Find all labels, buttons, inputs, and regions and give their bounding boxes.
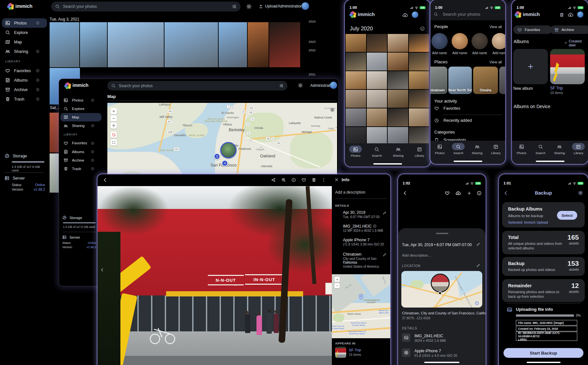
nav-item-photos[interactable]: Photos: [345, 146, 366, 167]
album-thumbnail[interactable]: [335, 347, 346, 358]
sidebar-item-photos[interactable]: Photos: [2, 18, 47, 28]
sidebar-item-explore[interactable]: Explore: [2, 28, 47, 37]
add-name-link[interactable]: Add name: [490, 51, 505, 55]
place-card[interactable]: Near North Side: [448, 67, 472, 94]
select-all-icon[interactable]: [420, 26, 425, 31]
photo-tile[interactable]: [50, 22, 79, 67]
search-input[interactable]: Search your photos: [443, 12, 480, 17]
photo-tile[interactable]: [346, 127, 366, 145]
map-photo-marker[interactable]: [220, 142, 237, 158]
map-settings-icon[interactable]: [330, 107, 335, 112]
person-face[interactable]: [472, 33, 488, 49]
favorite-icon[interactable]: [302, 178, 306, 182]
info-icon[interactable]: [91, 142, 94, 145]
info-icon[interactable]: [36, 69, 39, 72]
photo-tile[interactable]: [367, 53, 387, 71]
photo-tile[interactable]: [269, 22, 300, 67]
photo-tile[interactable]: [367, 90, 387, 108]
info-icon[interactable]: [36, 97, 39, 101]
photo-tile[interactable]: [388, 34, 408, 52]
info-icon[interactable]: [36, 88, 39, 91]
home-indicator[interactable]: [424, 362, 459, 363]
sidebar-item-map[interactable]: Map: [60, 113, 101, 121]
sidebar-item-albums[interactable]: Albums: [2, 75, 47, 85]
administration-link[interactable]: Administration: [278, 4, 302, 8]
drag-handle[interactable]: [436, 233, 448, 234]
photo-tile[interactable]: [346, 34, 366, 52]
sidebar-item-sharing[interactable]: Sharing: [60, 121, 101, 130]
back-icon[interactable]: [103, 178, 108, 182]
people-view-all-link[interactable]: View all: [489, 25, 502, 29]
theme-toggle-icon[interactable]: [298, 83, 303, 88]
select-albums-button[interactable]: Select: [557, 211, 577, 220]
photo-tile[interactable]: [108, 22, 164, 67]
filter-icon[interactable]: [232, 4, 237, 9]
scrubber-year[interactable]: 2023: [309, 40, 316, 43]
sidebar-item-archive[interactable]: Archive: [60, 156, 101, 165]
upload-cloud-icon[interactable]: [456, 191, 461, 196]
person-face[interactable]: [431, 33, 448, 49]
nav-item-library[interactable]: Library: [487, 143, 505, 164]
backup-cloud-icon[interactable]: [568, 12, 573, 18]
sidebar-item-trash[interactable]: Trash: [60, 165, 101, 173]
avatar[interactable]: [330, 82, 337, 89]
map-zoom-out-button[interactable]: [334, 283, 340, 288]
photo-tile[interactable]: [367, 108, 387, 126]
back-icon[interactable]: [403, 191, 408, 196]
previous-photo-icon[interactable]: [100, 268, 104, 272]
photo-tile[interactable]: [367, 127, 387, 145]
photo-tile[interactable]: [409, 90, 429, 108]
edit-icon[interactable]: [383, 253, 387, 257]
immich-logo[interactable]: immich: [64, 82, 88, 88]
edit-icon[interactable]: [383, 211, 387, 215]
favorite-icon[interactable]: [445, 191, 450, 196]
info-icon[interactable]: [477, 191, 482, 196]
home-indicator[interactable]: [373, 163, 402, 165]
map-locate-button[interactable]: [111, 122, 117, 129]
zoom-icon[interactable]: [281, 178, 286, 182]
home-indicator[interactable]: [527, 362, 561, 363]
description-input[interactable]: Add description...: [402, 253, 431, 257]
person-face[interactable]: [492, 33, 505, 49]
person-face[interactable]: [452, 33, 468, 49]
photo-tile[interactable]: [248, 22, 269, 67]
upload-button[interactable]: Upload: [259, 4, 277, 8]
photo-tile[interactable]: [388, 127, 408, 145]
photo-tile[interactable]: [388, 53, 408, 71]
photo-tile[interactable]: [80, 22, 107, 67]
sidebar-item-favorites[interactable]: Favorites: [2, 66, 47, 75]
map-clear-button[interactable]: [111, 132, 117, 138]
photo-tile[interactable]: [219, 22, 247, 67]
map-cluster-marker[interactable]: 3: [214, 153, 220, 160]
home-indicator[interactable]: [536, 161, 565, 162]
activity-item-recently-added[interactable]: Recently added: [434, 118, 472, 123]
info-icon[interactable]: [91, 99, 94, 102]
info-icon[interactable]: [91, 167, 94, 170]
photo-tile[interactable]: [346, 90, 366, 108]
map-fullscreen-button[interactable]: [111, 139, 117, 146]
map-zoom-in-button[interactable]: [334, 277, 340, 282]
nav-item-photos[interactable]: Photos: [512, 143, 531, 164]
scrubber-year[interactable]: 2021: [309, 72, 316, 76]
scrubber-year[interactable]: 2024: [309, 20, 316, 23]
sidebar-item-favorites[interactable]: Favorites: [60, 139, 101, 147]
photo-tile[interactable]: [409, 34, 429, 52]
sidebar-item-sharing[interactable]: Sharing: [2, 47, 47, 56]
place-card[interactable]: Pi: [499, 67, 505, 94]
add-icon[interactable]: [467, 191, 472, 196]
start-backup-button[interactable]: Start Backup: [503, 348, 583, 358]
map-cluster-marker[interactable]: 4: [222, 160, 228, 167]
info-icon[interactable]: [36, 21, 39, 25]
info-icon[interactable]: [36, 78, 39, 82]
info-icon[interactable]: [373, 224, 377, 228]
photo-tile[interactable]: [367, 34, 387, 52]
photo-tile[interactable]: [346, 108, 366, 126]
album-link[interactable]: SF Trip: [349, 348, 361, 352]
sidebar-item-archive[interactable]: Archive: [2, 85, 47, 94]
nav-item-library[interactable]: Library: [569, 143, 588, 164]
photo-map-marker[interactable]: [431, 274, 450, 293]
avatar[interactable]: [302, 2, 309, 10]
photo-tile[interactable]: [346, 53, 366, 71]
place-card[interactable]: Chinatown: [430, 67, 447, 94]
photo-tile[interactable]: [409, 71, 429, 89]
